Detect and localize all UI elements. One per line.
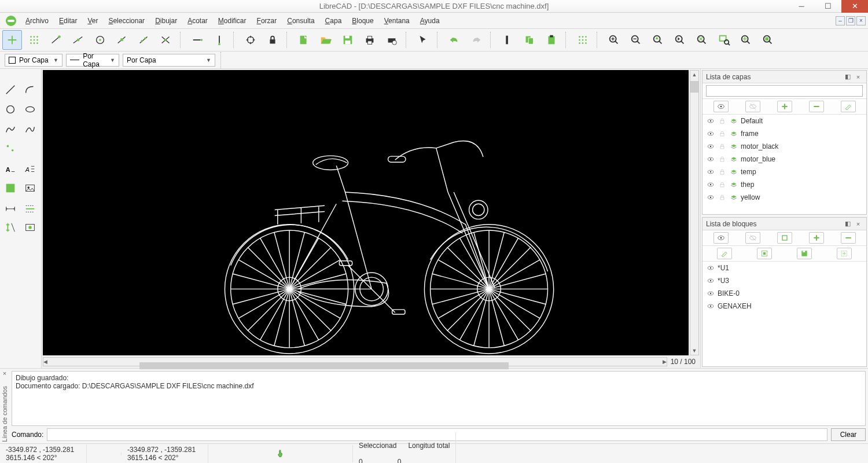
edit-layer-button[interactable] xyxy=(841,101,856,112)
dimension-aligned-tool[interactable] xyxy=(21,199,39,217)
text-tool[interactable]: A xyxy=(1,159,20,178)
panel-float-icon[interactable]: ◧ xyxy=(843,219,852,229)
horizontal-scrollbar[interactable]: ◀ ▶ xyxy=(43,357,667,366)
eye-icon[interactable] xyxy=(706,263,715,273)
grid-toggle-button[interactable] xyxy=(573,30,593,50)
copy-button[interactable] xyxy=(520,30,539,50)
dimension-tool[interactable] xyxy=(1,199,20,217)
show-all-blocks-button[interactable] xyxy=(713,232,729,244)
menu-ver[interactable]: Ver xyxy=(83,14,102,27)
lock-icon[interactable] xyxy=(718,167,727,177)
lock-icon[interactable] xyxy=(718,129,727,138)
block-row[interactable]: GENAXEH xyxy=(703,300,866,313)
eye-icon[interactable] xyxy=(706,155,715,164)
menu-capa[interactable]: Capa xyxy=(321,14,347,27)
menu-ventana[interactable]: Ventana xyxy=(380,14,414,27)
pointer-button[interactable] xyxy=(413,30,433,50)
remove-block-button[interactable] xyxy=(841,232,856,244)
lock-icon[interactable] xyxy=(718,180,727,189)
eye-icon[interactable] xyxy=(706,193,715,202)
eye-icon[interactable] xyxy=(706,167,715,177)
cut-button[interactable] xyxy=(498,30,517,50)
edit-block-button[interactable] xyxy=(757,248,772,259)
menu-ayuda[interactable]: Ayuda xyxy=(415,14,444,27)
drawing-canvas[interactable] xyxy=(43,70,689,355)
eye-icon[interactable] xyxy=(706,302,715,311)
scroll-right-icon[interactable]: ▶ xyxy=(663,358,667,366)
layer-row[interactable]: thep xyxy=(703,178,866,191)
layers-panel-header[interactable]: Lista de capas ◧ × xyxy=(703,71,866,83)
new-button[interactable] xyxy=(294,30,314,50)
layer-row[interactable]: motor_blue xyxy=(703,153,866,166)
relative-zero-button[interactable] xyxy=(241,30,260,50)
image-tool[interactable] xyxy=(21,179,39,197)
snap-intersection-button[interactable] xyxy=(156,30,176,50)
menu-acotar[interactable]: Acotar xyxy=(183,14,212,27)
eye-icon[interactable] xyxy=(706,276,715,285)
scroll-thumb[interactable] xyxy=(139,362,509,369)
ellipse-tool[interactable] xyxy=(21,100,39,119)
redo-button[interactable] xyxy=(466,30,486,50)
snap-grid-button[interactable] xyxy=(24,30,44,50)
modify-tool[interactable] xyxy=(1,218,20,237)
blocks-panel-header[interactable]: Lista de bloques ◧ × xyxy=(703,218,866,230)
maximize-button[interactable]: ☐ xyxy=(815,0,841,13)
create-block-button[interactable] xyxy=(777,232,792,244)
show-all-layers-button[interactable] xyxy=(713,101,729,112)
layer-row[interactable]: frame xyxy=(703,127,866,140)
color-combo[interactable]: Por Capa▼ xyxy=(5,54,62,67)
menu-editar[interactable]: Editar xyxy=(54,14,82,27)
zoom-window-button[interactable] xyxy=(714,30,734,50)
open-button[interactable] xyxy=(316,30,336,50)
undo-button[interactable] xyxy=(444,30,464,50)
restrict-horizontal-button[interactable] xyxy=(187,30,207,50)
close-button[interactable]: ✕ xyxy=(841,0,868,13)
command-close-icon[interactable]: × xyxy=(3,370,6,377)
snap-distance-button[interactable] xyxy=(134,30,154,50)
menu-forzar[interactable]: Forzar xyxy=(252,14,282,27)
snap-center-button[interactable] xyxy=(90,30,110,50)
panel-close-icon[interactable]: × xyxy=(854,219,863,229)
remove-layer-button[interactable] xyxy=(809,101,824,112)
eye-icon[interactable] xyxy=(706,142,715,151)
minimize-button[interactable]: ─ xyxy=(788,0,815,13)
lock-relative-zero-button[interactable] xyxy=(263,30,282,50)
linetype-combo[interactable]: Por Capa▼ xyxy=(123,54,215,67)
zoom-out-button[interactable] xyxy=(626,30,646,50)
snap-on-entity-button[interactable] xyxy=(68,30,88,50)
polyline-tool[interactable] xyxy=(21,120,39,138)
insert-block-button[interactable] xyxy=(837,248,852,259)
restrict-vertical-button[interactable] xyxy=(209,30,229,50)
clear-button[interactable]: Clear xyxy=(831,428,866,441)
menu-consulta[interactable]: Consulta xyxy=(282,14,319,27)
menu-modificar[interactable]: Modificar xyxy=(214,14,251,27)
zoom-previous-button[interactable] xyxy=(670,30,690,50)
block-row[interactable]: *U3 xyxy=(703,274,866,287)
circle-tool[interactable] xyxy=(1,100,20,119)
eye-icon[interactable] xyxy=(706,180,715,189)
print-button[interactable] xyxy=(360,30,380,50)
block-row[interactable]: *U1 xyxy=(703,262,866,274)
zoom-pan-button[interactable] xyxy=(736,30,756,50)
point-tool[interactable] xyxy=(1,139,20,158)
arc-tool[interactable] xyxy=(21,80,39,99)
mdi-close[interactable]: × xyxy=(856,16,866,25)
panel-float-icon[interactable]: ◧ xyxy=(843,72,852,82)
menu-archivo[interactable]: AArchivorchivo xyxy=(21,14,53,27)
eye-icon[interactable] xyxy=(706,116,715,126)
hatch-tool[interactable] xyxy=(1,179,20,197)
paste-button[interactable] xyxy=(542,30,561,50)
menu-dibujar[interactable]: Dibujar xyxy=(150,14,182,27)
vertical-scrollbar[interactable]: ▲ ▼ xyxy=(690,70,699,355)
mtext-tool[interactable]: A xyxy=(21,159,39,178)
zoom-redraw-button[interactable] xyxy=(692,30,712,50)
linewidth-combo[interactable]: Por Capa▼ xyxy=(66,54,119,67)
rename-block-button[interactable] xyxy=(717,248,732,259)
mdi-restore[interactable]: ❐ xyxy=(846,16,855,25)
scroll-thumb[interactable] xyxy=(690,81,698,93)
eye-icon[interactable] xyxy=(706,289,715,298)
scroll-down-icon[interactable]: ▼ xyxy=(690,347,698,355)
add-block-button[interactable] xyxy=(809,232,824,244)
layer-row[interactable]: motor_black xyxy=(703,140,866,153)
zoom-in-button[interactable] xyxy=(604,30,624,50)
